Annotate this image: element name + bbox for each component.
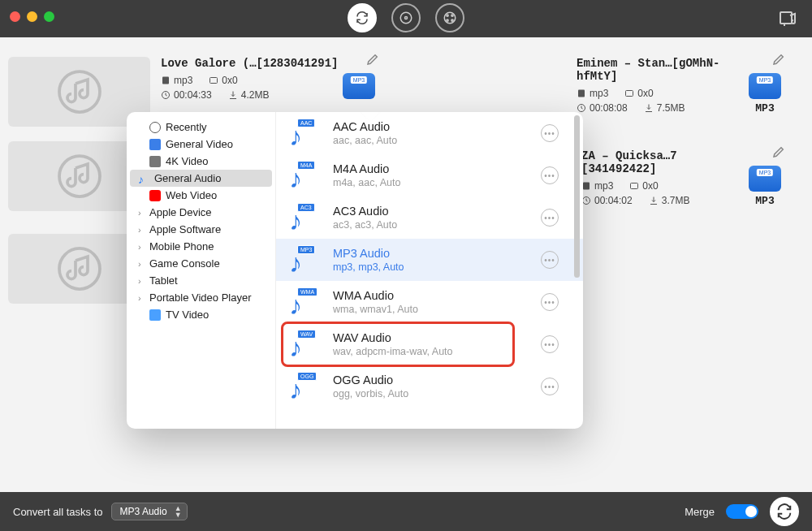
sidebar-item-apple-software[interactable]: ›Apple Software bbox=[127, 221, 275, 238]
window-controls bbox=[10, 11, 54, 22]
format-name: MP3 Audio bbox=[333, 247, 404, 260]
svg-rect-9 bbox=[162, 77, 169, 84]
svg-point-2 bbox=[444, 12, 456, 24]
mode-tabs bbox=[348, 3, 464, 32]
mode-disc-tab[interactable] bbox=[391, 3, 421, 32]
svg-rect-12 bbox=[578, 90, 585, 97]
task-format-button[interactable]: MP3 MP3 bbox=[744, 166, 786, 207]
format-row-ac3[interactable]: ♪AC3AC3 Audioac3, ac3, Auto••• bbox=[276, 196, 583, 239]
format-icon: ♪AAC bbox=[289, 119, 322, 148]
more-options-icon[interactable]: ••• bbox=[541, 209, 559, 227]
format-meta: ogg, vorbis, Auto bbox=[333, 388, 408, 399]
sidebar-item-tv-video[interactable]: TV Video bbox=[127, 306, 275, 323]
format-meta: mp3, mp3, Auto bbox=[333, 261, 404, 273]
format-label: MP3 bbox=[744, 102, 786, 114]
format-row-wav[interactable]: ♪WAVWAV Audiowav, adpcm-ima-wav, Auto••• bbox=[276, 323, 583, 365]
task-title: ZA – Quicksa…7 [341492422] bbox=[581, 149, 747, 175]
select-value: MP3 Audio bbox=[120, 506, 167, 517]
svg-point-3 bbox=[447, 15, 448, 16]
sidebar-item-tablet[interactable]: ›Tablet bbox=[127, 272, 275, 289]
task-title: Eminem – Stan…[gOMhN-hfMtY] bbox=[577, 57, 747, 83]
svg-rect-10 bbox=[210, 78, 218, 84]
tv-icon bbox=[149, 309, 161, 321]
more-options-icon[interactable]: ••• bbox=[541, 124, 559, 142]
edit-icon[interactable] bbox=[771, 52, 786, 69]
more-options-icon[interactable]: ••• bbox=[541, 378, 559, 395]
format-name: WAV Audio bbox=[333, 331, 453, 344]
task-type: mp3 bbox=[581, 180, 613, 192]
sidebar-item-general-video[interactable]: General Video bbox=[127, 136, 275, 153]
merge-label: Merge bbox=[685, 506, 715, 518]
sidebar-item-4k-video[interactable]: 4K Video bbox=[127, 153, 275, 170]
task-format-button[interactable]: MP3 MP3 bbox=[744, 73, 786, 114]
edit-icon[interactable] bbox=[365, 52, 380, 69]
format-icon: ♪MP3 bbox=[289, 245, 322, 274]
more-options-icon[interactable]: ••• bbox=[541, 166, 559, 184]
task-title: Love Galore (…[1283041291] bbox=[161, 57, 341, 70]
sidebar-item-apple-device[interactable]: ›Apple Device bbox=[127, 204, 275, 221]
svg-point-4 bbox=[451, 15, 453, 16]
task-size: 4.2MB bbox=[228, 89, 270, 101]
more-options-icon[interactable]: ••• bbox=[541, 335, 559, 353]
music-note-icon: ♪ bbox=[138, 173, 149, 184]
format-meta: m4a, aac, Auto bbox=[333, 177, 400, 188]
mode-movie-tab[interactable] bbox=[435, 3, 464, 32]
task-format-button[interactable]: MP3 bbox=[338, 73, 380, 102]
window-close-button[interactable] bbox=[10, 11, 20, 22]
task-duration: 00:04:02 bbox=[581, 195, 633, 206]
format-icon: ♪WMA bbox=[289, 287, 322, 317]
bottom-toolbar: Convert all tasks to MP3 Audio ▲▼ Merge bbox=[0, 492, 812, 531]
output-format-select[interactable]: MP3 Audio ▲▼ bbox=[111, 503, 188, 520]
format-row-ogg[interactable]: ♪OGGOGG Audioogg, vorbis, Auto••• bbox=[276, 365, 583, 408]
edit-icon[interactable] bbox=[771, 145, 786, 162]
sidebar-item-general-audio[interactable]: ♪General Audio bbox=[130, 170, 272, 187]
format-meta: ac3, ac3, Auto bbox=[333, 219, 397, 231]
4k-icon bbox=[149, 156, 161, 167]
format-row-wma[interactable]: ♪WMAWMA Audiowma, wmav1, Auto••• bbox=[276, 281, 583, 323]
sidebar-item-game-console[interactable]: ›Game Console bbox=[127, 255, 275, 272]
task-size: 3.7MB bbox=[649, 195, 690, 206]
svg-rect-16 bbox=[631, 183, 638, 189]
scrollbar[interactable] bbox=[574, 115, 580, 278]
window-zoom-button[interactable] bbox=[44, 11, 54, 22]
mode-convert-tab[interactable] bbox=[348, 3, 377, 32]
format-label: MP3 bbox=[744, 195, 786, 207]
format-row-m4a[interactable]: ♪M4AM4A Audiom4a, aac, Auto••• bbox=[276, 154, 583, 196]
task-duration: 00:08:08 bbox=[577, 102, 628, 114]
format-icon: ♪M4A bbox=[289, 161, 322, 190]
format-icon: ♪AC3 bbox=[289, 203, 322, 232]
convert-all-label: Convert all tasks to bbox=[13, 506, 103, 518]
merge-toggle[interactable] bbox=[726, 504, 758, 519]
sidebar-item-web-video[interactable]: Web Video bbox=[127, 187, 275, 204]
svg-rect-15 bbox=[583, 183, 590, 190]
task-type: mp3 bbox=[577, 88, 608, 99]
task-duration: 00:04:33 bbox=[161, 89, 212, 101]
svg-point-5 bbox=[447, 19, 448, 21]
format-name: AAC Audio bbox=[333, 120, 397, 133]
sidebar-item-recently[interactable]: Recently bbox=[127, 119, 275, 136]
format-icon: ♪WAV bbox=[289, 330, 322, 359]
start-convert-button[interactable] bbox=[770, 497, 799, 526]
format-icon: ♪OGG bbox=[289, 372, 322, 401]
svg-point-0 bbox=[400, 12, 412, 24]
format-name: M4A Audio bbox=[333, 162, 400, 175]
sidebar-item-mobile-phone[interactable]: ›Mobile Phone bbox=[127, 238, 275, 255]
format-name: OGG Audio bbox=[333, 373, 408, 386]
sidebar-item-portable-player[interactable]: ›Portable Video Player bbox=[127, 289, 275, 306]
format-popover: Recently General Video 4K Video ♪General… bbox=[127, 112, 583, 429]
svg-rect-7 bbox=[780, 12, 792, 24]
chevron-updown-icon: ▲▼ bbox=[175, 505, 182, 518]
svg-point-6 bbox=[451, 19, 453, 21]
format-row-mp3[interactable]: ♪MP3MP3 Audiomp3, mp3, Auto••• bbox=[276, 239, 583, 281]
svg-point-1 bbox=[405, 17, 408, 19]
format-category-list: Recently General Video 4K Video ♪General… bbox=[127, 112, 276, 429]
library-icon[interactable] bbox=[778, 9, 797, 31]
task-type: mp3 bbox=[161, 75, 192, 86]
format-list: ♪AACAAC Audioaac, aac, Auto•••♪M4AM4A Au… bbox=[276, 112, 583, 429]
more-options-icon[interactable]: ••• bbox=[541, 293, 559, 311]
more-options-icon[interactable]: ••• bbox=[541, 251, 559, 269]
format-name: WMA Audio bbox=[333, 289, 418, 302]
window-minimize-button[interactable] bbox=[27, 11, 37, 22]
format-row-aac[interactable]: ♪AACAAC Audioaac, aac, Auto••• bbox=[276, 112, 583, 154]
film-icon bbox=[149, 139, 161, 150]
